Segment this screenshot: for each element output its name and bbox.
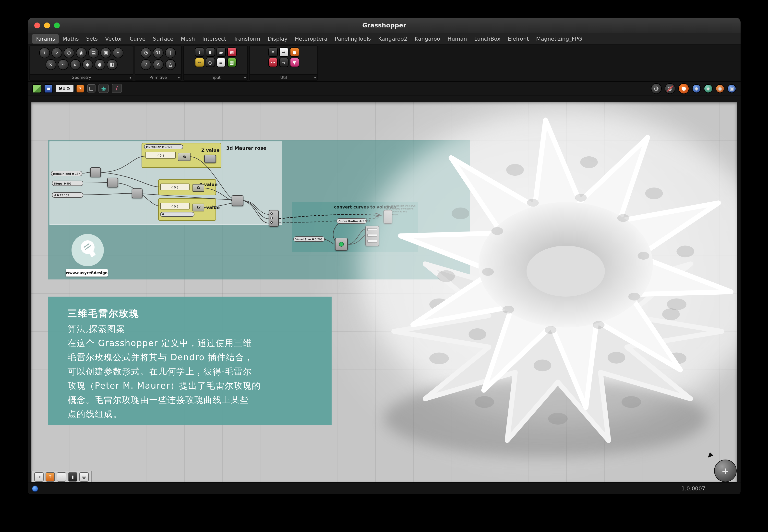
menu-item[interactable]: Curve xyxy=(126,34,149,43)
volume-input-component[interactable] xyxy=(384,210,392,224)
minimize-button[interactable] xyxy=(44,23,50,28)
cull-icon[interactable]: × xyxy=(45,59,56,70)
plugin-blue2-icon[interactable]: ▣ xyxy=(727,84,736,93)
range-component[interactable] xyxy=(107,178,118,187)
text-icon[interactable]: A xyxy=(153,59,163,70)
zoom-extents-icon[interactable]: □ xyxy=(87,84,95,93)
colour-swatch-icon[interactable]: ▨ xyxy=(227,47,236,57)
menu-item[interactable]: LunchBox xyxy=(471,34,504,43)
menu-item[interactable]: Maths xyxy=(59,34,82,43)
series-component[interactable] xyxy=(90,167,101,177)
slider-grip[interactable] xyxy=(162,213,164,215)
menu-item[interactable]: Params xyxy=(32,34,58,43)
menu-item[interactable]: Human xyxy=(444,34,470,43)
slider-grip[interactable] xyxy=(63,182,65,184)
titlebar[interactable]: Grasshopper xyxy=(28,18,741,33)
close-button[interactable] xyxy=(34,23,40,28)
open-file-icon[interactable] xyxy=(32,84,41,93)
plugin-blue-icon[interactable]: ◆ xyxy=(692,84,701,93)
menu-item[interactable]: Heteroptera xyxy=(292,34,331,43)
draw-icon[interactable]: / xyxy=(112,84,122,93)
menu-item[interactable]: Display xyxy=(264,34,291,43)
slider-grip[interactable] xyxy=(72,173,74,174)
box-icon[interactable]: ▣ xyxy=(100,47,111,58)
input-port[interactable] xyxy=(270,217,273,219)
text-tool-icon[interactable]: T xyxy=(46,472,55,482)
brep-icon[interactable]: ● xyxy=(94,59,105,70)
description-panel[interactable]: 三维毛雷尔玫瑰 算法,探索图案在这个 Grasshopper 定义中，通过使用三… xyxy=(48,297,332,425)
expression-panel[interactable]: { 0 } xyxy=(160,203,189,209)
data-map-icon[interactable]: # xyxy=(268,47,278,57)
multiplier-slider[interactable]: Multiplier 0.427 xyxy=(144,144,183,149)
menu-item[interactable]: Mesh xyxy=(177,34,199,43)
menu-item[interactable]: Magnetizing_FPG xyxy=(533,34,586,43)
boolean-icon[interactable]: ◔ xyxy=(140,47,151,58)
voxel-size-slider[interactable]: Voxel Size 0.203 xyxy=(293,236,325,242)
knob-icon[interactable]: ○ xyxy=(206,58,215,67)
maximize-button[interactable] xyxy=(54,23,60,28)
surface-icon[interactable]: ▤ xyxy=(88,47,99,58)
menu-item[interactable]: Elefront xyxy=(504,34,532,43)
point-icon[interactable]: + xyxy=(39,47,50,58)
slider-grip[interactable] xyxy=(57,194,59,196)
preview-off-icon[interactable]: ◍ xyxy=(665,83,676,94)
plane-icon[interactable]: ◉ xyxy=(76,47,87,58)
dendro-volume-component[interactable] xyxy=(335,238,348,251)
curve-component[interactable] xyxy=(269,210,279,227)
group-expand-icon[interactable]: ▾ xyxy=(244,76,246,80)
number-slider[interactable]: Steps 491 xyxy=(52,181,83,186)
menu-item[interactable]: Kangaroo xyxy=(411,34,443,43)
cone-icon[interactable]: ▼ xyxy=(290,58,299,67)
gradient-icon[interactable]: ▦ xyxy=(227,58,236,67)
z-output-component[interactable] xyxy=(204,155,216,163)
menu-item[interactable]: Vector xyxy=(102,34,126,43)
relay-icon[interactable]: → xyxy=(279,47,288,57)
menu-item[interactable]: PanelingTools xyxy=(331,34,374,43)
import-icon[interactable]: ↓ xyxy=(195,47,204,57)
vector-icon[interactable]: ↗ xyxy=(51,47,62,58)
slider-grip[interactable] xyxy=(312,238,314,240)
integer-icon[interactable]: 7 xyxy=(140,59,151,70)
graph-mapper-icon[interactable]: ~ xyxy=(195,58,204,67)
slider-grip[interactable] xyxy=(360,220,361,222)
panel-icon[interactable]: ≡ xyxy=(216,58,226,67)
expression-panel[interactable]: { 0 } xyxy=(160,184,189,190)
group-expand-icon[interactable]: ▾ xyxy=(178,76,180,80)
plugin-teal-icon[interactable]: ◆ xyxy=(704,84,713,93)
expression-panel[interactable]: { 0 } xyxy=(145,152,176,159)
evaluate-component[interactable]: fx xyxy=(193,204,204,211)
math-component[interactable] xyxy=(132,188,142,198)
preview-wire-icon[interactable]: ◍ xyxy=(651,83,662,94)
evaluate-component[interactable]: fx xyxy=(178,153,190,161)
preview-eye-icon[interactable]: ◉ xyxy=(98,84,109,93)
menu-item[interactable]: Kangaroo2 xyxy=(375,34,411,43)
x-range-slider[interactable] xyxy=(160,212,195,217)
cherry-picker-icon[interactable]: •• xyxy=(268,58,278,67)
save-file-icon[interactable]: ▪ xyxy=(44,84,53,93)
plugin-orange-icon[interactable]: ◉ xyxy=(716,84,724,93)
button-icon[interactable]: ◉ xyxy=(216,47,226,57)
number-slider[interactable]: Domain end 187 xyxy=(51,171,82,176)
canvas[interactable]: 3d Maurer rose Z value Y value X value c… xyxy=(31,102,737,483)
group-icon[interactable]: ◧ xyxy=(106,59,117,70)
zoom-level[interactable]: 91% xyxy=(56,85,73,92)
expression-tool-icon[interactable]: -x xyxy=(34,472,44,482)
evaluate-component[interactable]: fx xyxy=(193,184,204,192)
number-slider[interactable]: d 12.159 xyxy=(52,192,83,198)
toggle-icon[interactable]: ▮ xyxy=(206,47,215,57)
geometry-icon[interactable]: ¤ xyxy=(70,59,81,70)
circle-icon[interactable]: ○ xyxy=(64,47,74,58)
curve-radius-slider[interactable]: Curve Radius 5.038 xyxy=(337,218,367,224)
record-tool-icon[interactable]: ◎ xyxy=(79,472,89,482)
help-icon[interactable] xyxy=(32,486,38,492)
preview-shaded-icon[interactable]: ● xyxy=(678,83,689,94)
construct-point-component[interactable] xyxy=(232,195,244,206)
volume-settings-component[interactable] xyxy=(365,226,379,246)
domain-icon[interactable]: △ xyxy=(165,59,176,70)
field-icon[interactable]: ◆ xyxy=(82,59,93,70)
menu-item[interactable]: Surface xyxy=(149,34,177,43)
menu-item[interactable]: Sets xyxy=(83,34,101,43)
slider-grip[interactable] xyxy=(161,146,163,148)
binary-icon[interactable]: 01 xyxy=(153,47,163,58)
input-port[interactable] xyxy=(270,221,273,224)
